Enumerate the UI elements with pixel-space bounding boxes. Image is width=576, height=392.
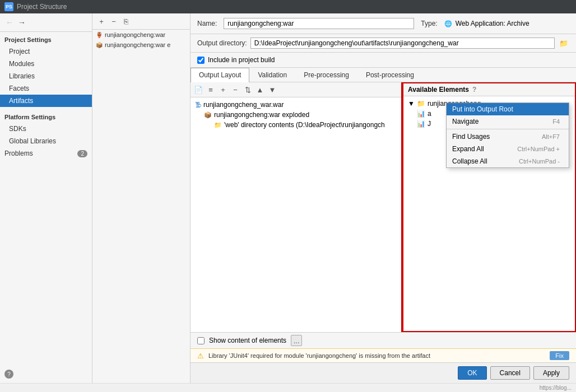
context-menu-collapse-all[interactable]: Collapse All Ctrl+NumPad - bbox=[447, 155, 569, 167]
show-content-button[interactable]: 📄 bbox=[193, 84, 204, 95]
war-file-icon: 🗜 bbox=[195, 101, 201, 108]
sidebar-item-global-libraries[interactable]: Global Libraries bbox=[0, 135, 92, 147]
include-in-build-row: Include in project build bbox=[191, 53, 576, 68]
show-content-label: Show content of elements bbox=[209, 337, 286, 344]
include-in-build-checkbox[interactable] bbox=[197, 57, 205, 64]
tree-item-web[interactable]: 📁 'web' directory contents (D:\IdeaProje… bbox=[191, 120, 401, 130]
available-elements-header: Available Elements ? bbox=[403, 83, 575, 96]
app-icon: PS bbox=[4, 2, 13, 11]
sort-button[interactable]: ⇅ bbox=[242, 84, 253, 95]
output-dir-input[interactable] bbox=[250, 38, 555, 49]
war-exploded-icon: 📦 bbox=[96, 42, 103, 48]
war-icon: 🏺 bbox=[96, 32, 103, 38]
output-tree: 🗜 runjiangongcheng_war.war 📦 runjiangong… bbox=[191, 97, 401, 332]
fix-button[interactable]: Fix bbox=[550, 351, 569, 360]
context-menu-navigate[interactable]: Navigate F4 bbox=[447, 115, 569, 128]
name-label: Name: bbox=[197, 20, 217, 27]
dialog-title: Project Structure bbox=[17, 3, 67, 11]
type-icon: 🌐 bbox=[444, 20, 452, 27]
url-bar: https://blog... bbox=[0, 383, 576, 392]
platform-settings-title: Platform Settings bbox=[0, 109, 92, 123]
tree-toolbar: 📄 ≡ + − ⇅ ▲ ▼ bbox=[191, 82, 401, 97]
add-artifact-button[interactable]: + bbox=[96, 16, 107, 27]
sidebar-item-problems[interactable]: Problems 2 bbox=[0, 147, 92, 160]
type-label: Type: bbox=[421, 20, 437, 27]
web-dir-icon: 📁 bbox=[214, 122, 222, 129]
output-layout-area: 📄 ≡ + − ⇅ ▲ ▼ 🗜 runjiangongcheng_war.war bbox=[191, 82, 576, 332]
output-dir-label: Output directory: bbox=[197, 39, 247, 47]
context-menu-separator bbox=[447, 129, 569, 129]
help-button[interactable]: ? bbox=[4, 370, 13, 379]
tab-preprocessing[interactable]: Pre-processing bbox=[295, 68, 357, 82]
sidebar-item-facets[interactable]: Facets bbox=[0, 82, 92, 95]
include-in-build-label: Include in project build bbox=[208, 56, 275, 64]
apply-button[interactable]: Apply bbox=[533, 366, 569, 380]
context-menu-put-into-output-root[interactable]: Put into Output Root bbox=[447, 103, 569, 115]
sidebar: ← → Project Settings Project Modules Lib… bbox=[0, 13, 92, 383]
type-value: 🌐 Web Application: Archive bbox=[444, 20, 529, 27]
module-icon-a: 📊 bbox=[417, 110, 425, 118]
tree-toolbar-btn2[interactable]: ≡ bbox=[205, 84, 216, 95]
move-down-button[interactable]: ▼ bbox=[267, 84, 278, 95]
output-dir-row: Output directory: 📁 bbox=[191, 34, 576, 53]
context-menu: Put into Output Root Navigate F4 Find Us… bbox=[446, 102, 569, 168]
available-elements-area: Available Elements ? ▼ 📁 runjiangongchen… bbox=[402, 82, 576, 332]
tab-postprocessing[interactable]: Post-processing bbox=[357, 68, 422, 82]
sidebar-item-modules[interactable]: Modules bbox=[0, 58, 92, 70]
copy-artifact-button[interactable]: ⎘ bbox=[120, 16, 132, 27]
add-tree-item-button[interactable]: + bbox=[217, 84, 229, 95]
back-button[interactable]: ← bbox=[4, 17, 15, 28]
remove-artifact-button[interactable]: − bbox=[108, 16, 119, 27]
artifacts-list-panel: + − ⎘ 🏺 runjiangongcheng:war 📦 runjiango… bbox=[92, 13, 191, 383]
sidebar-item-libraries[interactable]: Libraries bbox=[0, 70, 92, 82]
context-menu-expand-all[interactable]: Expand All Ctrl+NumPad + bbox=[447, 143, 569, 155]
expand-icon: ▼ bbox=[408, 100, 415, 108]
remove-tree-item-button[interactable]: − bbox=[230, 84, 241, 95]
sidebar-item-artifacts[interactable]: Artifacts bbox=[0, 95, 92, 107]
exploded-icon: 📦 bbox=[204, 111, 212, 119]
sidebar-item-sdks[interactable]: SDKs bbox=[0, 123, 92, 135]
artifact-item-war[interactable]: 🏺 runjiangongcheng:war bbox=[92, 30, 190, 40]
problems-badge: 2 bbox=[77, 150, 87, 157]
warning-text: Library 'JUnit4' required for module 'ru… bbox=[208, 352, 430, 359]
tree-item-war[interactable]: 🗜 runjiangongcheng_war.war bbox=[191, 100, 401, 110]
show-content-checkbox[interactable] bbox=[197, 337, 205, 344]
sidebar-item-project[interactable]: Project bbox=[0, 45, 92, 58]
warning-bar: ⚠ Library 'JUnit4' required for module '… bbox=[191, 348, 576, 362]
artifact-item-war-exploded[interactable]: 📦 runjiangongcheng:war e bbox=[92, 40, 190, 50]
warning-icon: ⚠ bbox=[197, 352, 204, 360]
nav-arrows: ← → bbox=[0, 13, 92, 32]
artifact-detail-panel: Name: Type: 🌐 Web Application: Archive O… bbox=[191, 13, 576, 383]
context-menu-find-usages[interactable]: Find Usages Alt+F7 bbox=[447, 130, 569, 143]
artifacts-toolbar: + − ⎘ bbox=[92, 13, 190, 30]
tab-output-layout[interactable]: Output Layout bbox=[191, 68, 249, 82]
output-tree-area: 📄 ≡ + − ⇅ ▲ ▼ 🗜 runjiangongcheng_war.war bbox=[191, 82, 402, 332]
tab-validation[interactable]: Validation bbox=[249, 68, 295, 82]
title-bar: PS Project Structure bbox=[0, 0, 576, 13]
available-elements-help-icon[interactable]: ? bbox=[472, 86, 476, 94]
cancel-button[interactable]: Cancel bbox=[490, 366, 530, 380]
ok-button[interactable]: OK bbox=[458, 366, 486, 380]
move-up-button[interactable]: ▲ bbox=[254, 84, 266, 95]
browse-output-dir-button[interactable]: 📁 bbox=[558, 38, 569, 49]
dialog-buttons: OK Cancel Apply bbox=[191, 362, 576, 383]
forward-button[interactable]: → bbox=[17, 17, 27, 28]
output-tabs: Output Layout Validation Pre-processing … bbox=[191, 68, 576, 82]
name-input[interactable] bbox=[224, 18, 414, 29]
folder-icon: 📁 bbox=[417, 100, 425, 108]
tree-item-exploded[interactable]: 📦 runjiangongcheng:war exploded bbox=[191, 110, 401, 120]
module-icon-j: 📊 bbox=[417, 120, 425, 128]
browse-button[interactable]: ... bbox=[291, 335, 302, 346]
project-settings-title: Project Settings bbox=[0, 32, 92, 45]
show-content-row: Show content of elements ... bbox=[191, 332, 576, 348]
name-type-row: Name: Type: 🌐 Web Application: Archive bbox=[191, 13, 576, 34]
